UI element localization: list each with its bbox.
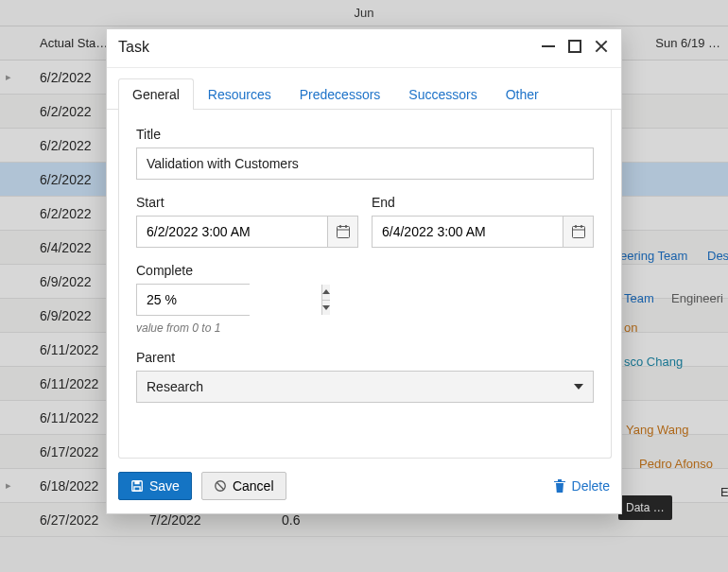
tab-successors[interactable]: Successors <box>394 78 491 110</box>
dialog-titlebar[interactable]: Task <box>107 29 621 68</box>
svg-rect-0 <box>337 227 349 238</box>
minimize-button[interactable] <box>542 40 555 56</box>
tab-predecessors[interactable]: Predecessors <box>286 78 395 110</box>
close-icon <box>595 40 608 53</box>
parent-select[interactable]: Research <box>136 371 594 403</box>
task-dialog: Task GeneralResourcesPredecessorsSuccess… <box>106 28 622 514</box>
save-icon <box>130 479 144 493</box>
chevron-down-icon <box>322 305 330 310</box>
trash-icon <box>553 478 566 494</box>
start-datetime-field[interactable] <box>137 217 327 247</box>
end-date-picker-button[interactable] <box>563 217 593 247</box>
dialog-title: Task <box>118 39 149 56</box>
maximize-button[interactable] <box>568 40 581 56</box>
cancel-button[interactable]: Cancel <box>201 472 286 500</box>
tab-other[interactable]: Other <box>492 78 553 110</box>
start-date-picker-button[interactable] <box>327 217 357 247</box>
cancel-icon <box>214 479 227 493</box>
start-datetime-input[interactable] <box>136 216 358 248</box>
complete-label: Complete <box>136 263 594 278</box>
svg-rect-9 <box>134 481 139 485</box>
chevron-up-icon <box>322 289 330 294</box>
chevron-down-icon <box>574 384 583 390</box>
end-label: End <box>372 195 594 210</box>
spinner-up-button[interactable] <box>322 285 330 300</box>
dialog-tabs: GeneralResourcesPredecessorsSuccessorsOt… <box>107 68 621 110</box>
calendar-icon <box>571 224 586 239</box>
title-label: Title <box>136 127 594 142</box>
minimize-icon <box>542 40 555 53</box>
complete-spinner[interactable] <box>136 284 250 316</box>
svg-line-12 <box>217 482 223 489</box>
calendar-icon <box>336 224 351 239</box>
maximize-icon <box>568 40 581 53</box>
save-button[interactable]: Save <box>118 472 192 500</box>
parent-select-value: Research <box>147 379 203 394</box>
end-datetime-field[interactable] <box>373 217 563 247</box>
complete-input[interactable] <box>137 285 321 315</box>
dialog-footer: Save Cancel Delete <box>107 459 621 513</box>
complete-hint: value from 0 to 1 <box>136 321 594 335</box>
tab-panel-general: Title Start End <box>118 110 612 459</box>
start-label: Start <box>136 195 358 210</box>
spinner-down-button[interactable] <box>322 300 330 316</box>
end-datetime-input[interactable] <box>372 216 594 248</box>
tab-resources[interactable]: Resources <box>194 78 286 110</box>
parent-label: Parent <box>136 350 594 365</box>
delete-button[interactable]: Delete <box>553 478 610 494</box>
tab-general[interactable]: General <box>118 78 194 110</box>
close-button[interactable] <box>595 40 608 56</box>
svg-rect-4 <box>572 227 584 238</box>
title-input[interactable] <box>136 147 594 180</box>
svg-rect-10 <box>134 487 140 491</box>
